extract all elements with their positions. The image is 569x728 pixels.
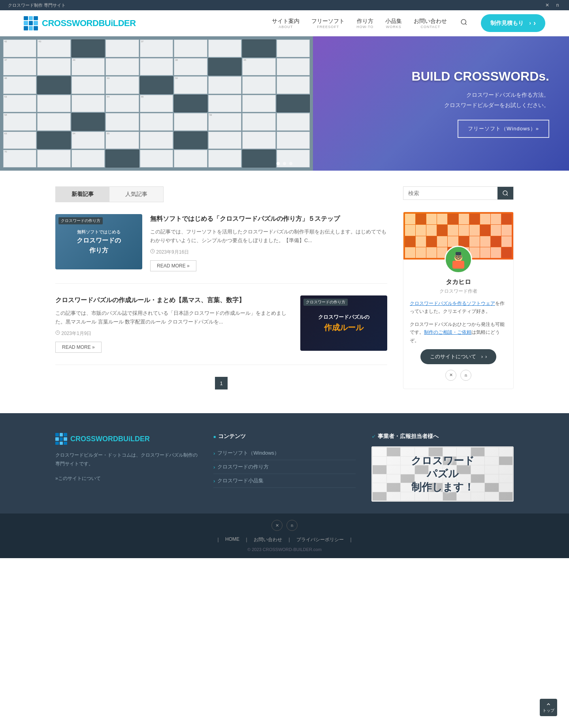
footer-sep-1: ｜: [244, 536, 249, 543]
article-tag-2: クロスワードの作り方: [303, 299, 348, 306]
footer-bottom-inner: ✕ n ｜ HOME ｜ お問い合わせ ｜ プライバシーポリシー ｜ © 202…: [47, 514, 522, 558]
author-consult-link[interactable]: 制作のご相談・ご依頼: [424, 329, 471, 335]
read-more-button-1[interactable]: READ MORE »: [150, 260, 196, 271]
footer-biz-col: 事業者・広報担当者様へ クロスワード: [371, 433, 514, 502]
footer-sep-left: ｜: [216, 536, 220, 543]
article-excerpt-2: この記事では、市販のパズル誌で採用されている「日本語クロスワードの作成ルール」を…: [55, 309, 292, 326]
nav-item-works[interactable]: 小品集 WORKS: [385, 18, 402, 29]
author-description-2: クロスワードパズルおひとつから発注も可能です。制作のご相談・ご依頼は気軽にどうぞ…: [403, 320, 513, 344]
article-date-2: 2023年1月9日: [55, 330, 292, 337]
svg-point-4: [503, 191, 507, 195]
hero-dot-2[interactable]: [283, 162, 286, 165]
footer-sep-right: ｜: [349, 536, 353, 543]
article-image-1: クロスワードの作り方 無料ソフトではじめる クロスワードの 作り方: [55, 214, 142, 269]
nav-item-contact[interactable]: お問い合わせ CONTACT: [414, 18, 447, 29]
tab-popular-articles[interactable]: 人気記事: [109, 187, 163, 202]
nav-item-howto[interactable]: 作り方 HOW-TO: [356, 18, 373, 29]
search-icon-button[interactable]: [459, 17, 469, 29]
twitter-icon-top[interactable]: ✕: [544, 2, 551, 9]
content-area: 新着記事 人気記事 クロスワードの作り方 無料ソフトではじめる クロスワードの …: [55, 186, 387, 397]
site-header: CROSSWORDBUiLDER サイト案内 ABOUT フリーソフト FREE…: [0, 10, 569, 36]
nav-item-about[interactable]: サイト案内 ABOUT: [272, 18, 300, 29]
footer-description: クロスワードビルダー・ドットコムは、クロスワードパズル制作の専門サイトです。: [55, 451, 198, 468]
svg-line-5: [507, 194, 508, 196]
pagination: 1: [55, 377, 387, 389]
search-button[interactable]: [497, 187, 513, 199]
footer-nav-item-1[interactable]: フリーソフト（Windows）: [213, 446, 356, 460]
site-logo[interactable]: CROSSWORDBUiLDER: [24, 16, 136, 30]
top-bar-social: ✕ n: [544, 2, 561, 9]
author-avatar-icon: [448, 250, 468, 269]
footer-main: CROSSWORDBUiLDER クロスワードビルダー・ドットコムは、クロスワー…: [47, 413, 522, 514]
article-date-1: 2023年9月16日: [150, 249, 387, 256]
hero-crossword-image: 42 43 37 47 44 38 45 48 49 50: [0, 36, 313, 171]
biz-text-block: クロスワード パズル 制作します！: [411, 454, 475, 494]
footer-logo: CROSSWORDBUiLDER: [55, 433, 198, 445]
footer-about-link[interactable]: »このサイトについて: [55, 476, 101, 481]
search-box: [403, 186, 514, 200]
svg-rect-10: [452, 261, 464, 269]
sidebar: タカヒロ クロスワード作者 クロスワードパズルを作るソフトウェアを作っていました…: [403, 186, 514, 397]
biz-overlay-text: クロスワード パズル 制作します！: [411, 454, 475, 494]
site-footer: CROSSWORDBUiLDER クロスワードビルダー・ドットコムは、クロスワー…: [0, 413, 569, 558]
logo-text: CROSSWORDBUiLDER: [42, 18, 136, 28]
author-twitter-icon[interactable]: ✕: [445, 370, 456, 381]
article-title-2: クロスワードパズルの作成ルール・まとめ【黒マス、言葉、数字】: [55, 295, 292, 305]
hero-section: 42 43 37 47 44 38 45 48 49 50: [0, 36, 569, 171]
page-number-1[interactable]: 1: [215, 377, 228, 389]
cta-quote-button[interactable]: 制作見積もり ›: [481, 14, 545, 32]
article-body-2: クロスワードパズルの作成ルール・まとめ【黒マス、言葉、数字】 この記事では、市販…: [55, 295, 292, 353]
note-icon-top[interactable]: n: [554, 2, 561, 9]
logo-grid-icon: [24, 16, 38, 30]
article-image-2: クロスワードの作り方 クロスワードパズルの 作成ルール: [300, 295, 387, 351]
footer-content-col: コンテンツ フリーソフト（Windows） クロスワードの作り方 クロスワード小…: [213, 433, 356, 502]
hero-cta-button[interactable]: フリーソフト（Windows）»: [458, 120, 549, 138]
main-content: 新着記事 人気記事 クロスワードの作り方 無料ソフトではじめる クロスワードの …: [47, 171, 522, 413]
svg-rect-11: [456, 252, 461, 255]
footer-note-icon[interactable]: n: [286, 520, 298, 531]
author-software-link[interactable]: クロスワードパズルを作るソフトウェア: [410, 301, 495, 306]
nav-item-freesoft[interactable]: フリーソフト FREESOFT: [311, 18, 345, 29]
author-role: クロスワード作者: [403, 288, 513, 295]
footer-nav-list: フリーソフト（Windows） クロスワードの作り方 クロスワード小品集: [213, 446, 356, 488]
search-input[interactable]: [403, 187, 497, 199]
footer-privacy-link[interactable]: プライバシーポリシー: [292, 536, 349, 543]
article-title-1: 無料ソフトではじめる「クロスワードパズルの作り方」５ステップ: [150, 214, 387, 224]
footer-copyright: © 2023 CROSSWORD-BUILDER.com: [55, 547, 514, 552]
hero-text-panel: BUILD CROSSWORDs. クロスワードパズルを作る方法。 クロスワード…: [313, 36, 569, 171]
footer-about-col: CROSSWORDBUiLDER クロスワードビルダー・ドットコムは、クロスワー…: [55, 433, 198, 502]
svg-point-8: [456, 256, 458, 258]
hero-title: BUILD CROSSWORDs.: [412, 69, 549, 84]
footer-home-link[interactable]: HOME: [220, 536, 244, 543]
about-site-button[interactable]: このサイトについて ›: [420, 349, 497, 364]
top-bar-label: クロスワード制作 専門サイト: [8, 2, 66, 8]
author-note-icon[interactable]: n: [460, 370, 471, 381]
tab-new-articles[interactable]: 新着記事: [56, 187, 109, 202]
article-body-1: 無料ソフトではじめる「クロスワードパズルの作り方」５ステップ この記事では、フリ…: [150, 214, 387, 271]
hero-dot-1[interactable]: [277, 162, 280, 165]
footer-logo-grid-icon: [55, 433, 67, 445]
footer-biz-image: クロスワード パズル 制作します！: [371, 446, 514, 502]
footer-nav-item-3[interactable]: クロスワード小品集: [213, 474, 356, 488]
article-excerpt-1: この記事では、フリーソフトを活用したクロスワードパズルの制作手順をお伝えします。…: [150, 228, 387, 245]
top-bar: クロスワード制作 専門サイト ✕ n: [0, 0, 569, 10]
hero-dot-3[interactable]: [289, 162, 292, 165]
svg-point-9: [459, 256, 461, 258]
footer-nav-item-2[interactable]: クロスワードの作り方: [213, 460, 356, 474]
footer-twitter-icon[interactable]: ✕: [271, 520, 283, 531]
article-tag-1: クロスワードの作り方: [58, 217, 103, 224]
footer-social-links: ✕ n: [55, 520, 514, 531]
article-card-2: クロスワードパズルの作成ルール・まとめ【黒マス、言葉、数字】 この記事では、市販…: [55, 295, 387, 365]
read-more-button-2[interactable]: READ MORE »: [55, 342, 102, 353]
svg-point-0: [462, 19, 466, 24]
svg-line-1: [465, 23, 467, 24]
biz-img-inner: クロスワード パズル 制作します！: [371, 446, 514, 502]
footer-logo-text: CROSSWORDBUiLDER: [70, 435, 150, 443]
author-social-links: ✕ n: [403, 370, 513, 381]
footer-bottom-bar: ✕ n ｜ HOME ｜ お問い合わせ ｜ プライバシーポリシー ｜ © 202…: [0, 514, 569, 558]
article-tabs: 新着記事 人気記事: [55, 186, 164, 202]
hero-subtitle: クロスワードパズルを作る方法。 クロスワードビルダーをお試しください。: [444, 90, 549, 110]
footer-contact-link[interactable]: お問い合わせ: [249, 536, 287, 543]
author-avatar: [445, 246, 472, 273]
footer-content-title: コンテンツ: [213, 433, 356, 440]
